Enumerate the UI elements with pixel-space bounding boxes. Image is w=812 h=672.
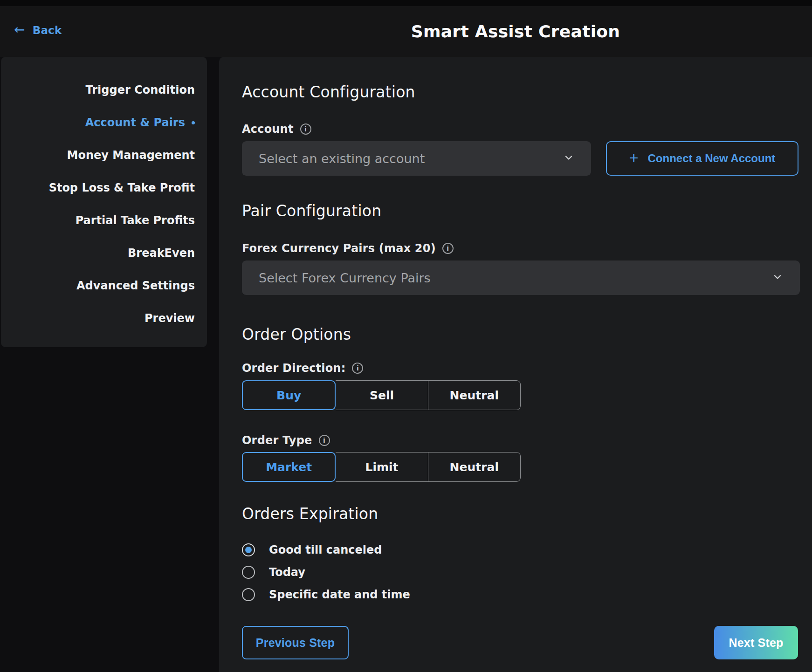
direction-option-sell[interactable]: Sell bbox=[336, 380, 428, 410]
order-direction-segmented-control: Buy Sell Neutral bbox=[242, 380, 521, 410]
sidebar-item-money-management[interactable]: Money Management bbox=[67, 139, 195, 171]
radio-dot bbox=[245, 547, 252, 553]
pair-configuration-heading: Pair Configuration bbox=[242, 202, 381, 220]
direction-option-neutral[interactable]: Neutral bbox=[428, 380, 521, 410]
back-arrow-icon: ← bbox=[14, 23, 25, 36]
info-icon[interactable]: i bbox=[319, 435, 330, 446]
info-icon[interactable]: i bbox=[300, 123, 311, 135]
next-step-button[interactable]: Next Step bbox=[714, 626, 798, 659]
order-type-segmented-control: Market Limit Neutral bbox=[242, 452, 521, 482]
forex-pairs-label: Forex Currency Pairs (max 20) i bbox=[242, 242, 454, 255]
sidebar-item-stop-loss-take-profit[interactable]: Stop Loss & Take Profit bbox=[49, 171, 195, 204]
account-select-dropdown[interactable]: Select an existing account bbox=[242, 141, 591, 176]
info-icon[interactable]: i bbox=[352, 363, 363, 374]
sidebar-item-breakeven[interactable]: BreakEven bbox=[128, 237, 195, 269]
plus-icon: + bbox=[629, 150, 639, 165]
sidebar-item-label: Partial Take Profits bbox=[76, 214, 195, 227]
window-top-strip bbox=[0, 0, 812, 6]
steps-sidebar: Trigger Condition Account & Pairs Money … bbox=[1, 57, 207, 347]
back-label: Back bbox=[33, 24, 62, 36]
sidebar-item-label: Account & Pairs bbox=[85, 116, 185, 129]
type-option-neutral[interactable]: Neutral bbox=[428, 452, 521, 482]
info-icon[interactable]: i bbox=[442, 243, 454, 254]
forex-pairs-placeholder: Select Forex Currency Pairs bbox=[259, 271, 772, 285]
back-button[interactable]: ← Back bbox=[14, 24, 62, 37]
radio-unselected-icon bbox=[242, 566, 255, 579]
connect-new-account-button[interactable]: + Connect a New Account bbox=[606, 141, 798, 176]
order-type-label-text: Order Type bbox=[242, 434, 312, 447]
sidebar-item-preview[interactable]: Preview bbox=[145, 302, 195, 335]
type-option-market[interactable]: Market bbox=[242, 452, 336, 482]
connect-new-account-label: Connect a New Account bbox=[648, 152, 776, 165]
sidebar-item-label: Preview bbox=[145, 312, 195, 325]
order-direction-label: Order Direction: i bbox=[242, 362, 363, 375]
sidebar-item-label: Trigger Condition bbox=[86, 83, 195, 96]
sidebar-item-label: Money Management bbox=[67, 149, 195, 162]
radio-selected-icon bbox=[242, 543, 255, 556]
orders-expiration-heading: Orders Expiration bbox=[242, 505, 378, 523]
order-direction-label-text: Order Direction: bbox=[242, 362, 345, 375]
type-option-limit[interactable]: Limit bbox=[336, 452, 428, 482]
account-configuration-heading: Account Configuration bbox=[242, 83, 415, 101]
active-step-dot bbox=[192, 121, 195, 124]
header-bar: ← Back Smart Assist Creation bbox=[0, 6, 812, 57]
sidebar-item-label: Stop Loss & Take Profit bbox=[49, 181, 195, 194]
expiration-option-today[interactable]: Today bbox=[242, 566, 305, 579]
sidebar-item-label: BreakEven bbox=[128, 247, 195, 260]
account-label: Account i bbox=[242, 123, 311, 136]
forex-pairs-label-text: Forex Currency Pairs (max 20) bbox=[242, 242, 436, 255]
sidebar-item-partial-take-profits[interactable]: Partial Take Profits bbox=[76, 204, 195, 237]
sidebar-item-account-pairs[interactable]: Account & Pairs bbox=[85, 106, 195, 139]
order-type-label: Order Type i bbox=[242, 434, 330, 447]
expiration-option-label: Good till canceled bbox=[269, 543, 382, 556]
account-select-placeholder: Select an existing account bbox=[259, 151, 563, 166]
sidebar-item-trigger-condition[interactable]: Trigger Condition bbox=[86, 74, 195, 106]
chevron-down-icon bbox=[772, 271, 783, 285]
radio-unselected-icon bbox=[242, 588, 255, 601]
expiration-option-specific-date[interactable]: Specific date and time bbox=[242, 588, 410, 601]
chevron-down-icon bbox=[563, 151, 574, 166]
expiration-option-label: Specific date and time bbox=[269, 588, 410, 601]
forex-pairs-select-dropdown[interactable]: Select Forex Currency Pairs bbox=[242, 261, 800, 295]
expiration-option-good-till-canceled[interactable]: Good till canceled bbox=[242, 543, 382, 556]
main-panel: Account Configuration Account i Select a… bbox=[219, 57, 812, 672]
sidebar-item-advanced-settings[interactable]: Advanced Settings bbox=[76, 269, 195, 302]
direction-option-buy[interactable]: Buy bbox=[242, 380, 336, 410]
account-label-text: Account bbox=[242, 123, 294, 136]
sidebar-item-label: Advanced Settings bbox=[76, 279, 195, 292]
previous-step-button[interactable]: Previous Step bbox=[242, 626, 349, 659]
expiration-option-label: Today bbox=[269, 566, 305, 579]
order-options-heading: Order Options bbox=[242, 325, 351, 343]
page-title: Smart Assist Creation bbox=[219, 22, 812, 41]
